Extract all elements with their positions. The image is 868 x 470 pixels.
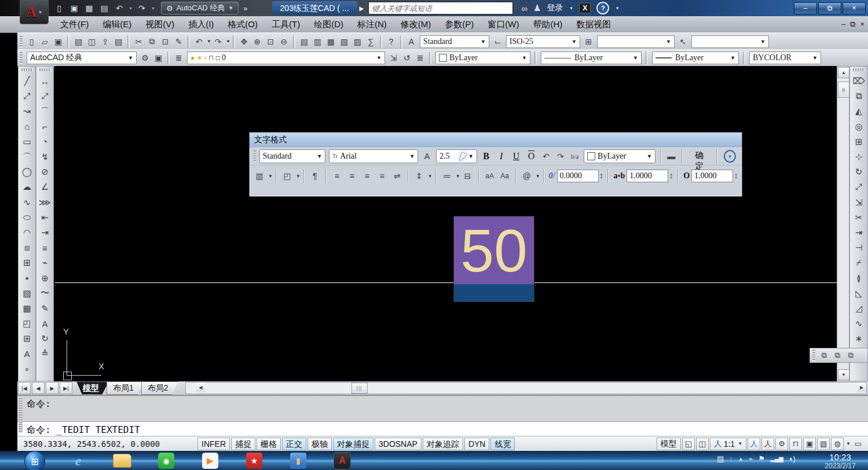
minimize-button[interactable]: – — [794, 2, 817, 14]
scale-icon[interactable]: ⤢ — [851, 179, 866, 194]
dim-ordinate-icon[interactable]: ⌐ — [38, 119, 53, 134]
pan-icon[interactable]: ✥ — [238, 35, 250, 47]
horizontal-scroll-thumb[interactable]: ||| — [351, 383, 368, 394]
copy-icon[interactable]: ⧉ — [146, 35, 158, 47]
toggle-polar[interactable]: 极轴 — [307, 438, 332, 450]
command-window-grip[interactable] — [19, 398, 23, 433]
quickview-drawings-icon[interactable]: ◫ — [696, 438, 709, 450]
layer-on-icon[interactable]: ● — [191, 54, 195, 63]
match-properties-icon[interactable]: ✎ — [173, 35, 185, 47]
toolbar-grip[interactable] — [20, 36, 23, 47]
insert-field-icon[interactable]: ⊟ — [462, 170, 474, 182]
menu-edit[interactable]: 编辑(E) — [96, 16, 138, 32]
model-space-button[interactable]: 模型 — [657, 438, 681, 450]
save-button[interactable]: ▣ — [68, 3, 80, 13]
drawing-line[interactable] — [55, 282, 837, 283]
copy-object-icon[interactable]: ⧉ — [851, 89, 866, 104]
dim-tolerance-icon[interactable]: ⊕ — [38, 270, 53, 285]
help-button-icon[interactable]: ? — [385, 35, 397, 47]
workspace-settings-icon[interactable]: ⚙ — [139, 52, 151, 64]
stretch-icon[interactable]: ⇲ — [851, 195, 866, 210]
rectangle-icon[interactable]: ▭ — [20, 134, 35, 149]
paste-icon[interactable]: ⊡ — [159, 35, 171, 47]
plot-style-select[interactable]: BYCOLOR ▼ — [749, 52, 821, 64]
tab-layout2[interactable]: 布局2 — [141, 381, 178, 395]
toggle-lineweight[interactable]: 线宽 — [490, 438, 515, 450]
toggle-dyn[interactable]: DYN — [464, 438, 490, 450]
redo-dropdown-icon[interactable]: ▼ — [151, 6, 155, 10]
workspace-gear-icon[interactable]: ⚙ — [775, 438, 788, 450]
arc-icon[interactable]: ⌒ — [20, 149, 35, 164]
move-icon[interactable]: ⊹ — [851, 149, 866, 164]
next-tab-icon[interactable]: ▶ — [46, 382, 58, 394]
table-style-select[interactable]: ▼ — [597, 35, 675, 48]
tab-layout1[interactable]: 布局1 — [107, 381, 144, 395]
workspace-switcher[interactable]: ⚙ AutoCAD 经典 ▼ — [161, 2, 239, 14]
dim-style-button-icon[interactable]: ≜ — [38, 346, 53, 361]
menu-view[interactable]: 视图(V) — [138, 16, 181, 32]
restore-button[interactable]: ⧉ — [818, 2, 841, 14]
help-icon[interactable]: ? — [596, 2, 609, 14]
array-icon[interactable]: ⊞ — [851, 134, 866, 149]
ruler-toggle-icon[interactable]: ▬ — [665, 150, 677, 163]
toolbar-lock-icon[interactable]: ⊓ — [789, 438, 802, 450]
mtext-content[interactable]: 50 — [454, 216, 534, 284]
dim-textedit-icon[interactable]: A — [38, 316, 53, 331]
exchange-apps-icon[interactable]: X — [579, 3, 591, 13]
show-hidden-icons[interactable]: ▲ — [738, 456, 744, 462]
symbol-icon[interactable]: @ — [521, 170, 533, 182]
dialog-color-select[interactable]: ByLayer ▼ — [584, 149, 655, 163]
underline-button[interactable]: U — [510, 150, 523, 163]
offset-icon[interactable]: ◎ — [851, 119, 866, 134]
fillet-icon[interactable]: ◿ — [851, 301, 866, 316]
taskbar-explorer[interactable] — [109, 452, 135, 469]
redo-button[interactable]: ↷ — [136, 3, 148, 13]
keyboard-tray-icon[interactable]: ▤ — [717, 454, 724, 463]
oblique-value[interactable]: 0.0000 — [557, 170, 599, 182]
align-distribute-icon[interactable]: ⇌ — [391, 170, 404, 182]
layer-previous-icon[interactable]: ↺ — [401, 52, 413, 64]
menu-dimension[interactable]: 标注(N) — [350, 16, 394, 32]
plot-preview-icon[interactable]: ◫ — [86, 35, 98, 47]
toggle-ortho[interactable]: 正交 — [282, 438, 306, 450]
annotative-icon[interactable]: A — [421, 150, 433, 163]
menu-insert[interactable]: 插入(I) — [181, 16, 221, 32]
layer-select[interactable]: ● ☀ ▫ ⊓ □ 0 ▼ — [187, 52, 385, 64]
dim-baseline-icon[interactable]: ⇤ — [38, 210, 53, 225]
create-block-icon[interactable]: ⊞ — [20, 255, 35, 270]
status-menu-icon[interactable]: ▼ — [846, 441, 851, 446]
dim-centermark-icon[interactable]: 〜 — [38, 286, 53, 301]
extend-icon[interactable]: ⇥ — [851, 225, 866, 240]
dialog-text-height-select[interactable]: 2.5 ▼ — [436, 149, 477, 163]
vertical-scrollbar[interactable]: ▲ ≡ ▼ — [837, 66, 849, 381]
vertical-scroll-thumb[interactable]: ≡ — [838, 82, 849, 98]
annotation-autoscale-icon[interactable]: 人 — [761, 438, 774, 450]
toolbar-grip[interactable] — [20, 52, 23, 64]
drawing-canvas[interactable] — [55, 66, 837, 381]
uppercase-icon[interactable]: aA — [484, 170, 496, 182]
revision-cloud-icon[interactable]: ☁ — [20, 179, 35, 194]
line-icon[interactable]: ╱ — [20, 74, 35, 89]
dim-break-icon[interactable]: ⌁ — [38, 255, 53, 270]
taskbar-clock[interactable]: 10:23 2023/2/17 — [815, 452, 865, 470]
dialog-redo-icon[interactable]: ↷ — [554, 150, 566, 163]
menu-format[interactable]: 格式(O) — [221, 16, 265, 32]
blend-icon[interactable]: ∿ — [851, 316, 866, 331]
close-button[interactable]: × — [843, 2, 866, 14]
usb-tray-icon[interactable]: ↕ — [729, 454, 733, 463]
overline-button[interactable]: O — [525, 150, 538, 163]
doc-close-icon[interactable]: × — [860, 20, 865, 29]
menu-parametric[interactable]: 参数(P) — [438, 16, 481, 32]
taskbar-autocad[interactable]: A — [329, 452, 356, 469]
stack-icon[interactable]: b/a — [569, 150, 581, 163]
gradient-icon[interactable]: ▦ — [20, 301, 35, 316]
explode-icon[interactable]: ∗ — [851, 331, 866, 346]
menu-file[interactable]: 文件(F) — [53, 16, 96, 32]
taskbar-zip[interactable]: ▮ — [285, 452, 312, 469]
application-menu-button[interactable]: A ▼ — [20, 0, 49, 24]
menu-tools[interactable]: 工具(T) — [265, 16, 307, 32]
volume-icon[interactable]: ◖) — [789, 454, 796, 463]
annotation-visibility-icon[interactable]: 人 — [748, 438, 760, 450]
chevron-down-icon[interactable]: ▼ — [296, 174, 301, 179]
title-expand-icon[interactable]: ▶ — [360, 5, 364, 12]
